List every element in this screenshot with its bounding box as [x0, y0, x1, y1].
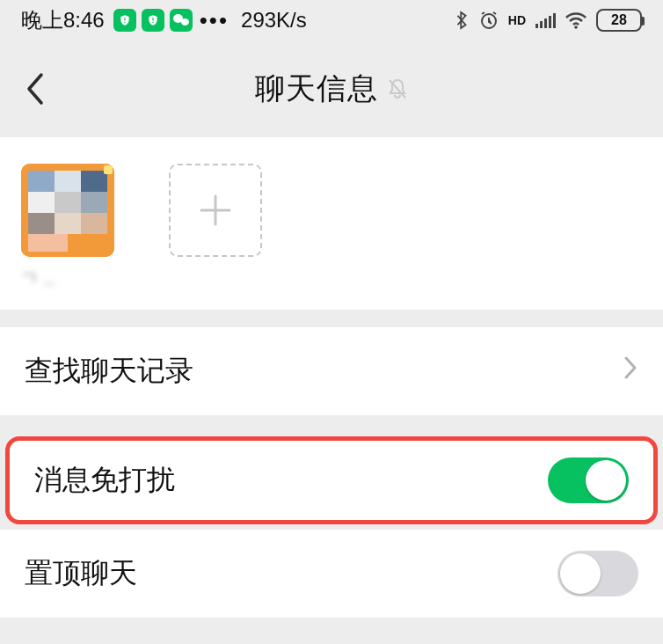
nav-bar: 聊天信息 — [0, 40, 663, 137]
hd-icon: HD — [508, 14, 526, 26]
mute-toggle[interactable] — [548, 457, 629, 503]
shield-icon-1 — [113, 9, 136, 32]
plus-icon — [194, 189, 237, 231]
search-history-label: 查找聊天记录 — [25, 352, 623, 391]
battery-icon: 28 — [596, 9, 642, 32]
svg-rect-1 — [536, 24, 538, 28]
mute-label: 消息免打扰 — [34, 461, 548, 500]
add-member-button[interactable] — [169, 164, 262, 257]
avatar — [21, 164, 114, 257]
search-history-row[interactable]: 查找聊天记录 — [0, 327, 663, 415]
signal-icon — [535, 11, 556, 29]
battery-level: 28 — [611, 12, 627, 28]
wifi-icon — [565, 11, 587, 29]
bell-mute-icon — [387, 77, 408, 100]
status-right-icons: HD 28 — [454, 9, 642, 32]
svg-rect-2 — [540, 21, 543, 28]
alarm-icon — [478, 10, 499, 31]
section-gap — [0, 310, 663, 327]
member-name: ㄱ .. — [19, 266, 116, 292]
page-title: 聊天信息 — [255, 69, 378, 109]
pin-row: 置顶聊天 — [0, 530, 663, 618]
member-item[interactable]: ㄱ .. — [19, 164, 116, 292]
svg-rect-4 — [549, 16, 551, 28]
section-gap-2 — [0, 415, 663, 433]
status-bar: 晚上8:46 ••• 293K/s HD 28 — [0, 0, 663, 40]
bluetooth-icon — [454, 10, 470, 31]
chevron-left-icon — [24, 71, 47, 106]
chevron-right-icon — [623, 355, 638, 388]
status-left-icons — [113, 9, 193, 32]
network-speed: 293K/s — [241, 8, 307, 33]
mute-row: 消息免打扰 — [5, 436, 658, 524]
status-time: 晚上8:46 — [21, 6, 105, 34]
back-button[interactable] — [16, 70, 55, 108]
svg-rect-3 — [544, 18, 547, 28]
wechat-icon — [170, 9, 193, 32]
pin-toggle[interactable] — [557, 551, 638, 596]
more-dots-icon: ••• — [200, 7, 229, 34]
shield-icon-2 — [142, 9, 164, 32]
svg-rect-5 — [553, 13, 556, 28]
pin-label: 置顶聊天 — [25, 554, 557, 593]
members-section: ㄱ .. — [0, 137, 663, 310]
svg-point-6 — [574, 26, 578, 29]
